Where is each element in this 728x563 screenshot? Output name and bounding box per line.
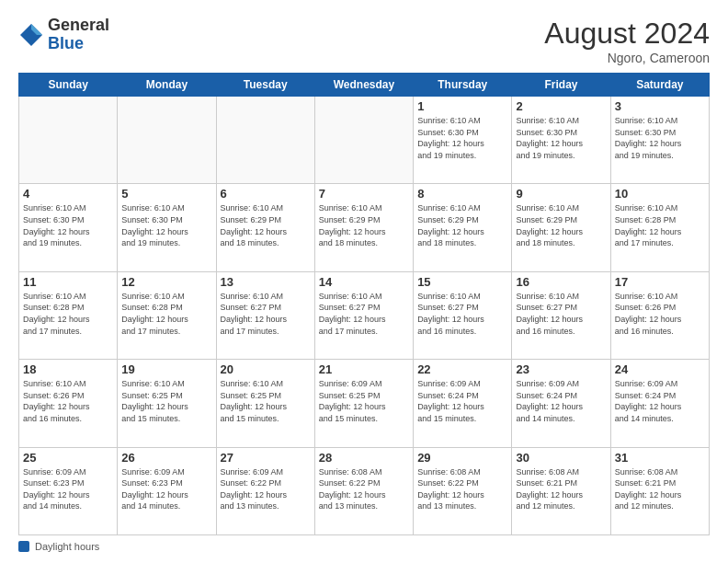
calendar-cell: 5Sunrise: 6:10 AM Sunset: 6:30 PM Daylig…	[118, 184, 216, 271]
day-info: Sunrise: 6:09 AM Sunset: 6:24 PM Dayligh…	[516, 378, 606, 424]
day-info: Sunrise: 6:09 AM Sunset: 6:22 PM Dayligh…	[221, 466, 311, 512]
day-info: Sunrise: 6:10 AM Sunset: 6:29 PM Dayligh…	[417, 202, 507, 248]
calendar-cell: 16Sunrise: 6:10 AM Sunset: 6:27 PM Dayli…	[512, 271, 610, 359]
calendar-cell: 7Sunrise: 6:10 AM Sunset: 6:29 PM Daylig…	[314, 184, 413, 271]
day-number: 26	[121, 451, 211, 465]
day-info: Sunrise: 6:10 AM Sunset: 6:27 PM Dayligh…	[417, 291, 507, 337]
calendar-cell: 29Sunrise: 6:08 AM Sunset: 6:22 PM Dayli…	[414, 447, 512, 534]
day-number: 27	[221, 451, 311, 465]
calendar-cell: 20Sunrise: 6:10 AM Sunset: 6:25 PM Dayli…	[216, 360, 314, 447]
day-number: 21	[319, 362, 409, 376]
calendar-cell: 27Sunrise: 6:09 AM Sunset: 6:22 PM Dayli…	[216, 447, 314, 534]
calendar-cell: 25Sunrise: 6:09 AM Sunset: 6:23 PM Dayli…	[19, 447, 118, 534]
calendar-cell: 24Sunrise: 6:09 AM Sunset: 6:24 PM Dayli…	[610, 360, 709, 447]
day-number: 24	[615, 362, 705, 376]
day-info: Sunrise: 6:09 AM Sunset: 6:23 PM Dayligh…	[121, 466, 211, 512]
logo-icon	[18, 22, 44, 48]
day-info: Sunrise: 6:10 AM Sunset: 6:25 PM Dayligh…	[121, 378, 211, 424]
calendar-cell: 4Sunrise: 6:10 AM Sunset: 6:30 PM Daylig…	[19, 184, 118, 271]
day-number: 9	[516, 187, 606, 201]
day-info: Sunrise: 6:10 AM Sunset: 6:30 PM Dayligh…	[121, 202, 211, 248]
day-info: Sunrise: 6:10 AM Sunset: 6:29 PM Dayligh…	[221, 202, 311, 248]
day-info: Sunrise: 6:08 AM Sunset: 6:21 PM Dayligh…	[615, 466, 705, 512]
calendar-week-row: 4Sunrise: 6:10 AM Sunset: 6:30 PM Daylig…	[19, 184, 710, 271]
day-number: 6	[221, 187, 311, 201]
day-number: 29	[417, 451, 507, 465]
calendar-cell: 26Sunrise: 6:09 AM Sunset: 6:23 PM Dayli…	[118, 447, 216, 534]
day-number: 16	[516, 275, 606, 289]
day-info: Sunrise: 6:08 AM Sunset: 6:22 PM Dayligh…	[319, 466, 409, 512]
calendar-cell: 3Sunrise: 6:10 AM Sunset: 6:30 PM Daylig…	[610, 97, 709, 184]
day-info: Sunrise: 6:10 AM Sunset: 6:30 PM Dayligh…	[417, 115, 507, 161]
calendar-cell: 8Sunrise: 6:10 AM Sunset: 6:29 PM Daylig…	[414, 184, 512, 271]
day-number: 11	[23, 275, 113, 289]
logo-blue: Blue	[48, 34, 84, 52]
day-number: 13	[221, 275, 311, 289]
day-number: 12	[121, 275, 211, 289]
day-number: 10	[615, 187, 705, 201]
calendar-week-row: 25Sunrise: 6:09 AM Sunset: 6:23 PM Dayli…	[19, 447, 710, 534]
day-number: 18	[23, 362, 113, 376]
day-info: Sunrise: 6:10 AM Sunset: 6:26 PM Dayligh…	[23, 378, 113, 424]
calendar-cell: 17Sunrise: 6:10 AM Sunset: 6:26 PM Dayli…	[610, 271, 709, 359]
day-number: 19	[121, 362, 211, 376]
day-info: Sunrise: 6:09 AM Sunset: 6:23 PM Dayligh…	[23, 466, 113, 512]
day-number: 4	[23, 187, 113, 201]
calendar-cell: 14Sunrise: 6:10 AM Sunset: 6:27 PM Dayli…	[314, 271, 413, 359]
calendar-week-row: 1Sunrise: 6:10 AM Sunset: 6:30 PM Daylig…	[19, 97, 710, 184]
calendar-day-header: Tuesday	[216, 74, 314, 97]
day-info: Sunrise: 6:10 AM Sunset: 6:28 PM Dayligh…	[615, 202, 705, 248]
day-info: Sunrise: 6:10 AM Sunset: 6:27 PM Dayligh…	[221, 291, 311, 337]
day-info: Sunrise: 6:08 AM Sunset: 6:22 PM Dayligh…	[417, 466, 507, 512]
day-number: 14	[319, 275, 409, 289]
calendar-cell: 31Sunrise: 6:08 AM Sunset: 6:21 PM Dayli…	[610, 447, 709, 534]
day-number: 1	[417, 99, 507, 113]
calendar-cell: 21Sunrise: 6:09 AM Sunset: 6:25 PM Dayli…	[314, 360, 413, 447]
day-number: 30	[516, 451, 606, 465]
footer-label: Daylight hours	[35, 541, 99, 552]
calendar-cell: 9Sunrise: 6:10 AM Sunset: 6:29 PM Daylig…	[512, 184, 610, 271]
day-info: Sunrise: 6:10 AM Sunset: 6:29 PM Dayligh…	[319, 202, 409, 248]
day-number: 17	[615, 275, 705, 289]
calendar-cell: 12Sunrise: 6:10 AM Sunset: 6:28 PM Dayli…	[118, 271, 216, 359]
day-info: Sunrise: 6:10 AM Sunset: 6:28 PM Dayligh…	[23, 291, 113, 337]
location: Ngoro, Cameroon	[544, 51, 710, 65]
day-number: 25	[23, 451, 113, 465]
day-number: 31	[615, 451, 705, 465]
page: General Blue August 2024 Ngoro, Cameroon…	[0, 0, 728, 563]
calendar-cell: 10Sunrise: 6:10 AM Sunset: 6:28 PM Dayli…	[610, 184, 709, 271]
calendar-day-header: Sunday	[19, 74, 118, 97]
day-info: Sunrise: 6:10 AM Sunset: 6:28 PM Dayligh…	[121, 291, 211, 337]
calendar-day-header: Monday	[118, 74, 216, 97]
calendar-day-header: Saturday	[610, 74, 709, 97]
calendar-table: SundayMondayTuesdayWednesdayThursdayFrid…	[18, 73, 710, 535]
day-number: 20	[221, 362, 311, 376]
day-info: Sunrise: 6:10 AM Sunset: 6:30 PM Dayligh…	[23, 202, 113, 248]
logo-general: General	[48, 16, 109, 34]
calendar-cell: 11Sunrise: 6:10 AM Sunset: 6:28 PM Dayli…	[19, 271, 118, 359]
day-info: Sunrise: 6:08 AM Sunset: 6:21 PM Dayligh…	[516, 466, 606, 512]
day-number: 23	[516, 362, 606, 376]
day-number: 28	[319, 451, 409, 465]
calendar-cell: 28Sunrise: 6:08 AM Sunset: 6:22 PM Dayli…	[314, 447, 413, 534]
header: General Blue August 2024 Ngoro, Cameroon	[18, 17, 710, 65]
calendar-cell: 22Sunrise: 6:09 AM Sunset: 6:24 PM Dayli…	[414, 360, 512, 447]
calendar-day-header: Wednesday	[314, 74, 413, 97]
calendar-cell: 18Sunrise: 6:10 AM Sunset: 6:26 PM Dayli…	[19, 360, 118, 447]
title-block: August 2024 Ngoro, Cameroon	[544, 17, 710, 65]
day-info: Sunrise: 6:10 AM Sunset: 6:30 PM Dayligh…	[516, 115, 606, 161]
day-number: 5	[121, 187, 211, 201]
day-info: Sunrise: 6:10 AM Sunset: 6:30 PM Dayligh…	[615, 115, 705, 161]
logo-text: General Blue	[48, 17, 109, 53]
calendar-header-row: SundayMondayTuesdayWednesdayThursdayFrid…	[19, 74, 710, 97]
day-number: 22	[417, 362, 507, 376]
day-info: Sunrise: 6:10 AM Sunset: 6:27 PM Dayligh…	[516, 291, 606, 337]
calendar-day-header: Thursday	[414, 74, 512, 97]
day-info: Sunrise: 6:09 AM Sunset: 6:24 PM Dayligh…	[615, 378, 705, 424]
day-number: 3	[615, 99, 705, 113]
day-info: Sunrise: 6:10 AM Sunset: 6:29 PM Dayligh…	[516, 202, 606, 248]
calendar-cell	[118, 97, 216, 184]
footer: Daylight hours	[18, 541, 710, 552]
day-number: 2	[516, 99, 606, 113]
calendar-cell	[216, 97, 314, 184]
